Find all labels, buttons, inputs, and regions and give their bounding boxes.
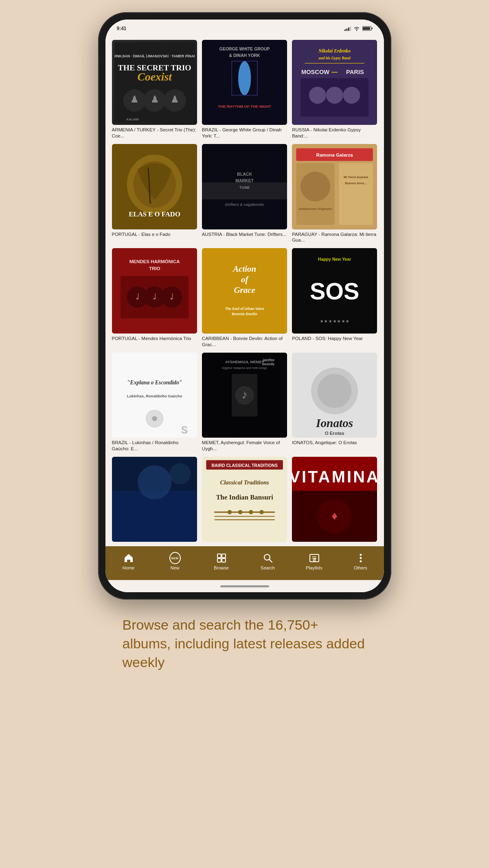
home-bar — [220, 585, 269, 587]
svg-rect-2 — [348, 27, 349, 31]
others-icon — [355, 552, 366, 564]
svg-text:ARA DİNKJIAN · İSMAİL İJMANOVS: ARA DİNKJIAN · İSMAİL İJMANOVSKİ · TAMER… — [114, 54, 195, 58]
signal-icon — [344, 26, 351, 31]
album-title: BRAZIL - Lukinhas / Ronaldinho Gaúcho: E… — [112, 440, 197, 452]
album-item[interactable]: Happy New Year SOS ★ ★ ★ ★ ★ ★ ★ POLAND … — [289, 246, 379, 350]
svg-text:records: records — [262, 362, 274, 366]
album-item[interactable] — [110, 454, 200, 546]
album-item[interactable]: GEORGE WHITE GROUP & DINAH YORK THE RHYT… — [200, 37, 289, 142]
svg-rect-120 — [310, 554, 319, 562]
svg-text:♪: ♪ — [241, 388, 248, 401]
svg-text:MARKET: MARKET — [235, 179, 254, 183]
svg-rect-116 — [217, 558, 221, 562]
svg-text:★ ★ ★ ★ ★ ★ ★: ★ ★ ★ ★ ★ ★ ★ — [320, 319, 350, 324]
svg-text:♦: ♦ — [331, 509, 338, 522]
album-cover: "Explana o Escondido" Lukinhas, Ronaldin… — [112, 353, 197, 438]
svg-text:Happy New Year: Happy New Year — [318, 257, 351, 262]
album-item[interactable]: ARA DİNKJIAN · İSMAİL İJMANOVSKİ · TAMER… — [110, 37, 200, 142]
bottom-nav: Home NEW New — [105, 546, 384, 580]
album-item[interactable]: MENDES HARMÓNICA TRIO ♩ ♩ ♩ — [110, 246, 200, 350]
nav-item-home[interactable]: Home — [105, 551, 152, 572]
svg-rect-1 — [346, 28, 347, 31]
album-cover: MENDES HARMÓNICA TRIO ♩ ♩ ♩ — [112, 248, 197, 333]
album-grid: ARA DİNKJIAN · İSMAİL İJMANOVSKİ · TAMER… — [105, 37, 384, 546]
nav-label-browse: Browse — [214, 565, 229, 570]
svg-point-22 — [238, 61, 251, 95]
svg-text:PARIS: PARIS — [346, 69, 364, 75]
svg-text:Grace: Grace — [234, 285, 255, 295]
svg-text:♟: ♟ — [150, 94, 158, 105]
svg-point-106 — [249, 510, 253, 514]
album-cover: Action of Grace The Soul of Urban Voice … — [202, 248, 287, 333]
svg-text:Buenos Aires...: Buenos Aires... — [345, 182, 367, 185]
nav-item-playlists[interactable]: Playlists — [291, 551, 338, 572]
svg-text:Classical Traditions: Classical Traditions — [220, 479, 269, 486]
svg-text:and his Gypsy Band: and his Gypsy Band — [319, 56, 351, 60]
new-icon: NEW — [169, 552, 181, 564]
album-title: BRAZIL - George White Group / Dinah York… — [202, 127, 287, 139]
browse-icon — [216, 552, 227, 564]
time: 9:41 — [117, 26, 127, 31]
svg-rect-5 — [363, 27, 370, 30]
svg-text:♩: ♩ — [170, 292, 173, 301]
nav-item-search[interactable]: Search — [245, 551, 291, 572]
nav-label-home: Home — [123, 565, 134, 570]
svg-point-107 — [259, 510, 263, 514]
album-title: AUSTRIA - Black Market Tune: Drifters... — [202, 231, 287, 238]
album-item[interactable]: Nikolai Erdenko and his Gypsy Band MOSCO… — [289, 37, 379, 142]
album-item[interactable]: "Explana o Escondido" Lukinhas, Ronaldin… — [110, 350, 200, 454]
album-item[interactable]: VITAMINA ♦ — [289, 454, 379, 546]
album-item[interactable]: Ionatos O Erotas IONATOS, Angelique: O E… — [289, 350, 379, 454]
phone-screen: 9:41 — [105, 20, 384, 592]
search-icon — [262, 552, 274, 564]
album-title: CARIBBEAN - Bonnie Devlin: Action of Gra… — [202, 336, 287, 348]
svg-text:ELAS E O FADO: ELAS E O FADO — [129, 210, 180, 218]
album-item[interactable]: Ramona Galarza Grabaciones Originales Mi… — [289, 142, 379, 246]
svg-point-92 — [318, 374, 352, 408]
album-cover: BLACK MARKET TUNE Drifters & vagabonds — [202, 144, 287, 229]
album-title: RUSSIA - Nikolai Erdenko Gypsy Band:... — [292, 127, 377, 139]
home-icon — [123, 552, 134, 564]
svg-text:Drifters & vagabonds: Drifters & vagabonds — [225, 202, 264, 207]
album-cover: Nikolai Erdenko and his Gypsy Band MOSCO… — [292, 40, 377, 125]
album-cover: Happy New Year SOS ★ ★ ★ ★ ★ ★ ★ — [292, 248, 377, 333]
svg-rect-3 — [350, 26, 351, 31]
svg-text:TRIO: TRIO — [149, 266, 160, 271]
svg-text:♟: ♟ — [170, 94, 178, 105]
album-title: PORTUGAL - Elas e o Fado — [112, 231, 197, 238]
svg-text:Uyghur maqams and folk songs: Uyghur maqams and folk songs — [222, 366, 267, 369]
album-cover: VITAMINA ♦ — [292, 457, 377, 542]
status-icons — [344, 26, 373, 31]
svg-rect-117 — [222, 558, 226, 562]
app-screen: 9:41 — [105, 20, 384, 592]
svg-point-104 — [228, 510, 232, 514]
album-title: POLAND - SOS: Happy New Year — [292, 336, 377, 342]
svg-text:O Erotas: O Erotas — [325, 431, 344, 436]
album-item[interactable]: AYSHEMGUL MEMET Uyghur maqams and folk s… — [200, 350, 289, 454]
album-cover: Ramona Galarza Grabaciones Originales Mi… — [292, 144, 377, 229]
nav-item-others[interactable]: Others — [338, 551, 384, 572]
svg-text:MOSCOW: MOSCOW — [301, 69, 329, 75]
playlists-icon — [309, 552, 320, 564]
nav-item-browse[interactable]: Browse — [198, 551, 245, 572]
svg-text:Nikolai Erdenko: Nikolai Erdenko — [318, 48, 351, 53]
svg-point-127 — [360, 560, 362, 563]
home-indicator — [105, 580, 384, 592]
album-title: IONATOS, Angelique: O Erotas — [292, 440, 377, 446]
svg-point-34 — [343, 87, 360, 104]
album-item[interactable]: ELAS E O FADO PORTUGAL - Elas e o Fado — [110, 142, 200, 246]
svg-point-51 — [300, 172, 330, 201]
album-title: PARAGUAY - Ramona Galarza: Mi tierra Gua… — [292, 231, 377, 244]
svg-point-80 — [152, 416, 157, 421]
album-item[interactable]: BAIRD CLASSICAL TRADITIONS Classical Tra… — [200, 454, 289, 546]
nav-item-new[interactable]: NEW New — [152, 551, 198, 572]
phone-shell: 9:41 — [98, 12, 391, 600]
album-item[interactable]: Action of Grace The Soul of Urban Voice … — [200, 246, 289, 350]
album-title: ARMENIA / TURKEY - Secret Trio (The): Co… — [112, 127, 197, 139]
album-item[interactable]: BLACK MARKET TUNE Drifters & vagabonds A… — [200, 142, 289, 246]
svg-text:Ionatos: Ionatos — [316, 417, 353, 430]
svg-rect-115 — [222, 554, 226, 558]
svg-text:AYSHEMGUL MEMET: AYSHEMGUL MEMET — [225, 360, 264, 364]
svg-text:THE RHYTHM OF THE NIGHT: THE RHYTHM OF THE NIGHT — [218, 104, 271, 109]
svg-text:The Indian Bansuri: The Indian Bansuri — [216, 493, 273, 501]
